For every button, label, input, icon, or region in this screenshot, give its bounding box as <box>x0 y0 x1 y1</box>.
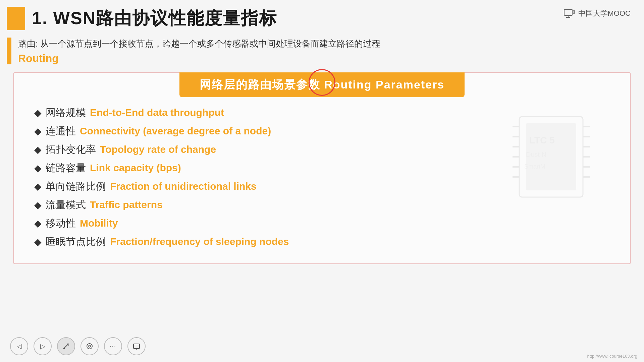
page-title: 1. WSN路由协议性能度量指标 <box>32 7 277 30</box>
list-item: ◆ 睡眠节点比例 Fraction/frequency of sleeping … <box>34 233 610 250</box>
svg-rect-0 <box>564 9 572 15</box>
bullet-english: End-to-End data throughput <box>90 104 224 121</box>
next-button[interactable]: ▷ <box>34 337 52 355</box>
main-content-box: LTC 5 Dust N SmartM 网络层的路由场景参数 Routing P… <box>13 72 631 264</box>
bullet-diamond: ◆ <box>34 197 42 213</box>
list-item: ◆ 流量模式 Traffic patterns <box>34 196 610 213</box>
definition-accent-bar <box>7 38 11 64</box>
bullet-chinese: 单向链路比例 <box>46 178 106 195</box>
logo-area: 中国大学MOOC <box>564 8 631 18</box>
more-button[interactable]: ··· <box>104 337 122 355</box>
title-bar: 1. WSN路由协议性能度量指标 <box>0 0 644 34</box>
title-orange-accent <box>7 7 25 30</box>
highlight-icon <box>86 343 93 350</box>
bullet-english: Connectivity (average degree of a node) <box>80 122 271 139</box>
bullet-diamond: ◆ <box>34 123 42 139</box>
svg-point-26 <box>87 344 92 349</box>
bullet-chinese: 网络规模 <box>46 104 86 121</box>
screen-button[interactable] <box>127 337 146 355</box>
logo-text: 中国大学MOOC <box>578 8 631 18</box>
bullet-english: Link capacity (bps) <box>90 159 181 176</box>
bullet-list: ◆ 网络规模 End-to-End data throughput ◆ 连通性 … <box>14 97 630 253</box>
definition-chinese: 路由: 从一个源节点到一个接收节点，跨越一个或多个传感器或中间处理设备而建立路径… <box>18 37 380 51</box>
bullet-chinese: 连通性 <box>46 122 76 139</box>
bullet-diamond: ◆ <box>34 179 42 195</box>
svg-rect-3 <box>572 10 575 14</box>
bullet-chinese: 睡眠节点比例 <box>46 233 106 250</box>
bullet-diamond: ◆ <box>34 105 42 121</box>
list-item: ◆ 连通性 Connectivity (average degree of a … <box>34 122 610 139</box>
prev-button[interactable]: ◁ <box>10 337 28 355</box>
bullet-diamond: ◆ <box>34 234 42 250</box>
definition-block: 路由: 从一个源节点到一个接收节点，跨越一个或多个传感器或中间处理设备而建立路径… <box>7 37 631 66</box>
bullet-chinese: 移动性 <box>46 215 76 232</box>
definition-english: Routing <box>18 51 380 66</box>
bullet-diamond: ◆ <box>34 160 42 176</box>
banner-text: 网络层的路由场景参数 Routing Parameters <box>200 78 445 91</box>
bullet-english: Traffic patterns <box>90 196 163 213</box>
bullet-diamond: ◆ <box>34 216 42 232</box>
bottom-toolbar: ◁ ▷ ··· <box>0 337 644 355</box>
bullet-chinese: 拓扑变化率 <box>46 141 96 158</box>
banner: 网络层的路由场景参数 Routing Parameters <box>179 72 465 97</box>
svg-rect-28 <box>133 344 140 349</box>
bullet-english: Fraction/frequency of sleeping nodes <box>110 233 289 250</box>
screen-icon <box>133 343 140 350</box>
bullet-english: Fraction of unidirectional links <box>110 178 257 195</box>
list-item: ◆ 链路容量 Link capacity (bps) <box>34 159 610 176</box>
list-item: ◆ 拓扑变化率 Topology rate of change <box>34 141 610 158</box>
pen-button[interactable] <box>57 337 75 355</box>
monitor-icon <box>564 9 576 18</box>
more-icon: ··· <box>110 343 116 349</box>
list-item: ◆ 移动性 Mobility <box>34 215 610 232</box>
svg-point-27 <box>89 345 91 347</box>
bullet-english: Mobility <box>80 215 118 232</box>
bullet-diamond: ◆ <box>34 142 42 158</box>
list-item: ◆ 单向链路比例 Fraction of unidirectional link… <box>34 178 610 195</box>
bullet-english: Topology rate of change <box>100 141 216 158</box>
bottom-url: http://www.icourse163.org <box>587 354 637 359</box>
bullet-chinese: 链路容量 <box>46 159 86 176</box>
highlight-button[interactable] <box>80 337 99 355</box>
pen-icon <box>62 343 70 350</box>
bullet-chinese: 流量模式 <box>46 196 86 213</box>
list-item: ◆ 网络规模 End-to-End data throughput <box>34 104 610 121</box>
definition-text: 路由: 从一个源节点到一个接收节点，跨越一个或多个传感器或中间处理设备而建立路径… <box>18 37 380 66</box>
banner-wrapper: 网络层的路由场景参数 Routing Parameters <box>14 72 630 97</box>
